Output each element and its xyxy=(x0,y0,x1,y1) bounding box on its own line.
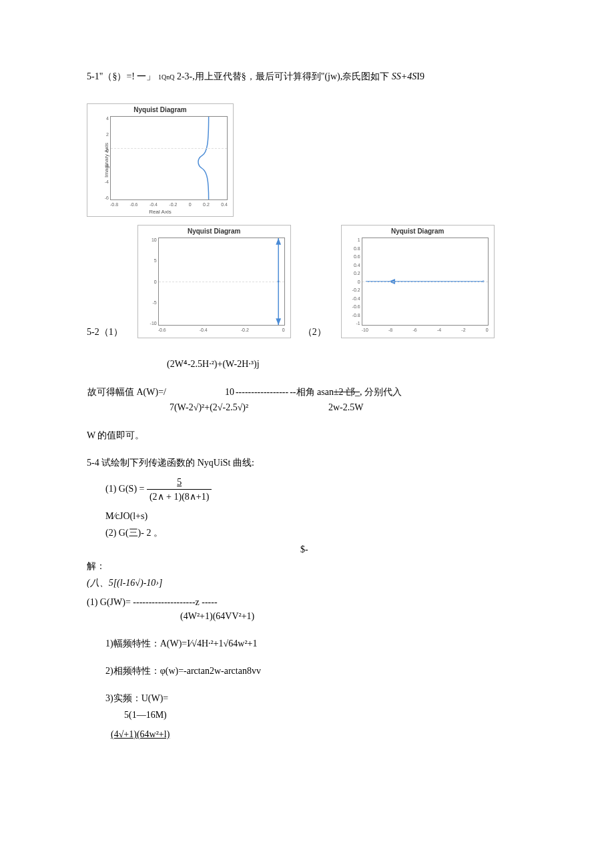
diagram-row-5-2: 5-2（1） Nyquist Diagram 10 5 0 -5 -10 xyxy=(87,225,527,338)
phase-suffix: , 分别代入 xyxy=(360,387,402,397)
svg-marker-1 xyxy=(276,238,281,245)
xtick: 0.2 xyxy=(203,202,210,207)
xtick: 0 xyxy=(282,328,285,332)
xtick: -0.6 xyxy=(158,328,166,332)
ytick: 2 xyxy=(99,132,109,137)
amplitude-block: 故可得幅值 A(W)=/ 10 ----------------- --相角 a… xyxy=(87,384,527,415)
mcjo-line: M∕cJO(l+s) xyxy=(105,509,527,523)
amplitude-dashes: ----------------- xyxy=(235,384,289,400)
problem-5-1: 5-1"（§）=! 一」 1QnQ 2-3-,用上亚代替§，最后可计算得到"(j… xyxy=(87,69,527,83)
ytick: 0.4 xyxy=(349,263,360,268)
problem-5-4-item1: (1) G(S) = 5 (2∧ + 1)(8∧+1) xyxy=(105,475,527,504)
x-ticks: -0.8 -0.6 -0.4 -0.2 0 0.2 0.4 xyxy=(110,202,228,207)
phase-num: ±2 邙_ xyxy=(334,387,360,397)
ytick: -1 xyxy=(349,321,360,326)
x-ticks: -0.6 -0.4 -0.2 0 xyxy=(158,328,285,332)
sol1-dashes: --------------------z ----- xyxy=(133,597,217,607)
problem-5-4-item2: (2) G(三)- 2 。 xyxy=(105,526,527,540)
ytick: 10 xyxy=(147,238,157,242)
amplitude-ten: 10 xyxy=(167,384,235,400)
sol1-line1: (八、5[(l-16√)-10›] xyxy=(87,576,527,590)
sol1-sub-3: 3)实频：U(W)= xyxy=(105,691,527,705)
sol1-sub-2: 2)相频特性：φ(w)=-arctan2w-arctan8vv xyxy=(105,664,527,678)
item2-text: (2) G(三)- 2 。 xyxy=(105,528,163,538)
nyquist-diagram-2: Nyquist Diagram 10 5 0 -5 -10 -0.6 -0. xyxy=(137,225,291,338)
item1-label: (1) G(S) = xyxy=(105,484,144,494)
sol1-label: (1) G(JW)= xyxy=(87,597,131,607)
s-minus: $- xyxy=(300,542,527,556)
ytick: 0.8 xyxy=(349,246,360,251)
frac-den: (2∧ + 1)(8∧+1) xyxy=(147,489,212,504)
problem-5-1-frac: 1QnQ xyxy=(158,74,174,81)
sol1-sub-3c: (4√+1)(64w²+l) xyxy=(111,727,170,741)
ytick: -0.2 xyxy=(349,288,360,292)
xtick: -0.2 xyxy=(169,202,177,207)
x-ticks: -10 -8 -6 -4 -2 0 xyxy=(362,328,489,332)
equation-1: (2W⁴-2.5H·²)+(W-2H·³)j xyxy=(167,357,527,371)
w-note: W 的值即可。 xyxy=(87,428,527,442)
ytick: -10 xyxy=(147,321,157,326)
sol1-sub-1: 1)幅频特性：A(W)=I∕√4H·²+1√64w²+1 xyxy=(105,636,527,650)
sol1-den: (4W²+1)(64VV²+1) xyxy=(180,609,527,623)
solution-label: 解： xyxy=(87,559,527,573)
frac-num: 1QnQ xyxy=(158,74,174,81)
xtick: 0.4 xyxy=(221,202,228,207)
xtick: 0 xyxy=(486,328,489,332)
xtick: -8 xyxy=(388,328,392,332)
sol1-main: (1) G(JW)= --------------------z ----- (… xyxy=(87,595,527,623)
y-ticks: 4 2 0 -2 -4 -6 xyxy=(99,116,109,200)
ytick: 0 xyxy=(349,280,360,284)
y-ticks: 10 5 0 -5 -10 xyxy=(147,238,157,326)
xtick: -0.8 xyxy=(110,202,118,207)
item1-frac: 5 (2∧ + 1)(8∧+1) xyxy=(147,475,212,504)
xtick: -6 xyxy=(412,328,416,332)
phase-prefix: --相角 asan xyxy=(290,387,334,397)
svg-marker-2 xyxy=(276,318,281,325)
ytick: -2 xyxy=(99,163,109,168)
y-ticks: 1 0.8 0.6 0.4 0.2 0 -0.2 -0.4 -0.6 -0.8 … xyxy=(349,238,360,326)
amplitude-prefix: 故可得幅值 A(W)=/ xyxy=(87,384,167,400)
ytick: 0 xyxy=(147,280,157,284)
xtick: -2 xyxy=(461,328,465,332)
xtick: -4 xyxy=(437,328,441,332)
problem-5-4: 5-4 试绘制下列传递函数的 NyqUiSt 曲线: xyxy=(87,456,527,470)
chart-title: Nyquist Diagram xyxy=(138,228,290,235)
sol1-sub-3b: 5(1—16M) xyxy=(124,708,527,722)
x-axis-label: Real Axis xyxy=(87,209,233,215)
ytick: 0.2 xyxy=(349,271,360,276)
ytick: 0 xyxy=(99,148,109,153)
ytick: -0.6 xyxy=(349,304,360,309)
xtick: -10 xyxy=(362,328,368,332)
ytick: -0.4 xyxy=(349,296,360,301)
xtick: -0.2 xyxy=(241,328,249,332)
caption-5-2-2: （2） xyxy=(303,326,326,338)
amplitude-denom-right: 2w-2.5W xyxy=(289,400,402,415)
problem-5-1-italic: SS+4S xyxy=(392,71,416,81)
ytick: 5 xyxy=(147,258,157,263)
xtick: -0.6 xyxy=(129,202,137,207)
ytick: -6 xyxy=(99,195,109,200)
xtick: -0.4 xyxy=(200,328,208,332)
chart-title: Nyquist Diagram xyxy=(87,106,233,113)
ytick: -0.8 xyxy=(349,313,360,318)
sol1-sub-2-text: 2)相频特性：φ(w)=-arctan2w-arctan8vv xyxy=(105,666,261,676)
problem-5-1-prefix: 5-1"（§）=! xyxy=(87,71,135,81)
nyquist-diagram-3: Nyquist Diagram 1 0.8 0.6 0.4 0.2 0 -0.2… xyxy=(341,225,495,338)
problem-5-1-tail: I9 xyxy=(416,71,424,81)
ytick: -4 xyxy=(99,179,109,184)
caption-5-2-1: 5-2（1） xyxy=(87,326,123,338)
xtick: -0.4 xyxy=(149,202,158,207)
ytick: -5 xyxy=(147,300,157,305)
problem-5-1-rest: 2-3-,用上亚代替§，最后可计算得到"(jw),奈氏图如下 xyxy=(177,71,389,81)
amplitude-denom-left: 7(W-2√)²+(2√-2.5√)² xyxy=(167,400,289,415)
frac-num: 5 xyxy=(147,475,212,489)
nyquist-diagram-1: Nyquist Diagram Imaginary Axis 4 2 0 -2 … xyxy=(87,103,234,217)
problem-5-1-toptext: 一」 xyxy=(137,71,156,81)
xtick: 0 xyxy=(189,202,192,207)
ytick: 1 xyxy=(349,238,360,242)
chart-title: Nyquist Diagram xyxy=(342,228,494,235)
ytick: 4 xyxy=(99,116,109,121)
plot-svg xyxy=(111,117,227,199)
ytick: 0.6 xyxy=(349,254,360,259)
